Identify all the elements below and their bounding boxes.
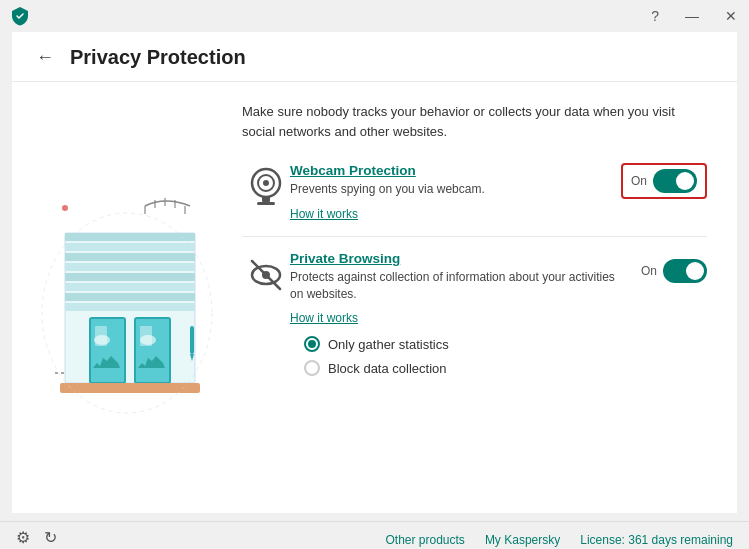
page-title: Privacy Protection	[70, 46, 246, 69]
radio-label-block: Block data collection	[328, 361, 447, 376]
section-divider	[242, 236, 707, 237]
radio-label-statistics: Only gather statistics	[328, 337, 449, 352]
radio-circle-block	[304, 360, 320, 376]
svg-rect-35	[257, 202, 275, 205]
private-browsing-feature-row: Private Browsing Protects against collec…	[242, 251, 707, 327]
help-button[interactable]: ?	[647, 7, 663, 25]
radio-group: Only gather statistics Block data collec…	[304, 336, 707, 376]
update-icon-button[interactable]: ↻	[44, 528, 57, 547]
private-browsing-icon	[242, 251, 290, 299]
right-panel: Make sure nobody tracks your behavior or…	[232, 82, 737, 513]
footer-icons: ⚙ ↻	[16, 528, 57, 547]
radio-option-block[interactable]: Block data collection	[304, 360, 707, 376]
footer-link-my-kaspersky[interactable]: My Kaspersky	[485, 533, 560, 547]
webcam-how-it-works[interactable]: How it works	[290, 207, 358, 221]
illustration-panel	[12, 82, 232, 513]
svg-rect-14	[65, 263, 195, 271]
svg-rect-18	[65, 303, 195, 311]
webcam-toggle-label: On	[631, 174, 647, 188]
svg-rect-17	[65, 293, 195, 301]
webcam-toggle-highlight: On	[621, 163, 707, 199]
content-area: Make sure nobody tracks your behavior or…	[12, 82, 737, 513]
webcam-info: Webcam Protection Prevents spying on you…	[290, 163, 621, 222]
description-text: Make sure nobody tracks your behavior or…	[242, 102, 707, 141]
webcam-feature-row: Webcam Protection Prevents spying on you…	[242, 163, 707, 222]
webcam-desc: Prevents spying on you via webcam.	[290, 181, 621, 198]
private-browsing-toggle[interactable]	[663, 259, 707, 283]
svg-rect-16	[65, 283, 195, 291]
private-browsing-toggle-label: On	[641, 264, 657, 278]
settings-icon-button[interactable]: ⚙	[16, 528, 30, 547]
title-bar: ? — ✕	[0, 0, 749, 32]
radio-circle-statistics	[304, 336, 320, 352]
svg-rect-27	[190, 326, 194, 354]
svg-rect-12	[65, 243, 195, 251]
back-button[interactable]: ←	[32, 47, 58, 68]
svg-point-33	[263, 180, 269, 186]
main-container: ← Privacy Protection	[12, 32, 737, 513]
footer-link-license[interactable]: License: 361 days remaining	[580, 533, 733, 547]
footer: ⚙ ↻ Other products My Kaspersky License:…	[0, 521, 749, 549]
footer-link-other-products[interactable]: Other products	[386, 533, 465, 547]
private-browsing-how-it-works[interactable]: How it works	[290, 311, 358, 325]
building-illustration	[35, 178, 220, 418]
app-logo	[10, 6, 30, 26]
webcam-toggle[interactable]	[653, 169, 697, 193]
private-browsing-desc: Protects against collection of informati…	[290, 269, 625, 303]
window-controls: ? — ✕	[647, 7, 741, 25]
svg-rect-29	[60, 383, 200, 393]
private-browsing-toggle-area: On	[641, 259, 707, 283]
svg-point-26	[140, 335, 156, 345]
radio-option-statistics[interactable]: Only gather statistics	[304, 336, 707, 352]
page-header: ← Privacy Protection	[12, 32, 737, 82]
webcam-icon	[242, 163, 290, 211]
webcam-title[interactable]: Webcam Protection	[290, 163, 621, 178]
minimize-button[interactable]: —	[681, 7, 703, 25]
svg-point-25	[94, 335, 110, 345]
private-browsing-info: Private Browsing Protects against collec…	[290, 251, 625, 327]
close-button[interactable]: ✕	[721, 7, 741, 25]
radio-dot-statistics	[308, 340, 316, 348]
svg-point-0	[62, 205, 68, 211]
svg-rect-13	[65, 253, 195, 261]
svg-rect-15	[65, 273, 195, 281]
private-browsing-title[interactable]: Private Browsing	[290, 251, 625, 266]
svg-rect-34	[262, 197, 270, 202]
svg-rect-11	[65, 233, 195, 241]
